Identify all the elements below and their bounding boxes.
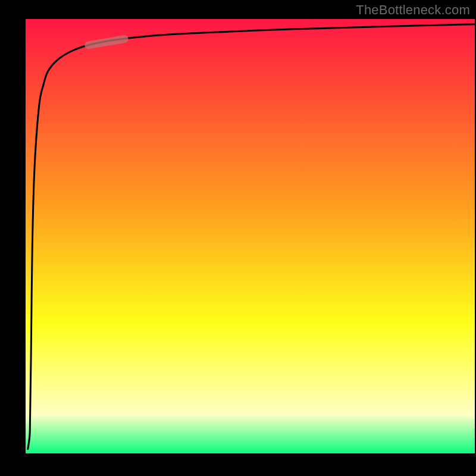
chart-frame: TheBottleneck.com (0, 0, 476, 476)
gradient-background (26, 19, 475, 453)
plot-area (26, 19, 475, 453)
chart-svg (26, 19, 475, 453)
attribution-label: TheBottleneck.com (356, 2, 470, 18)
